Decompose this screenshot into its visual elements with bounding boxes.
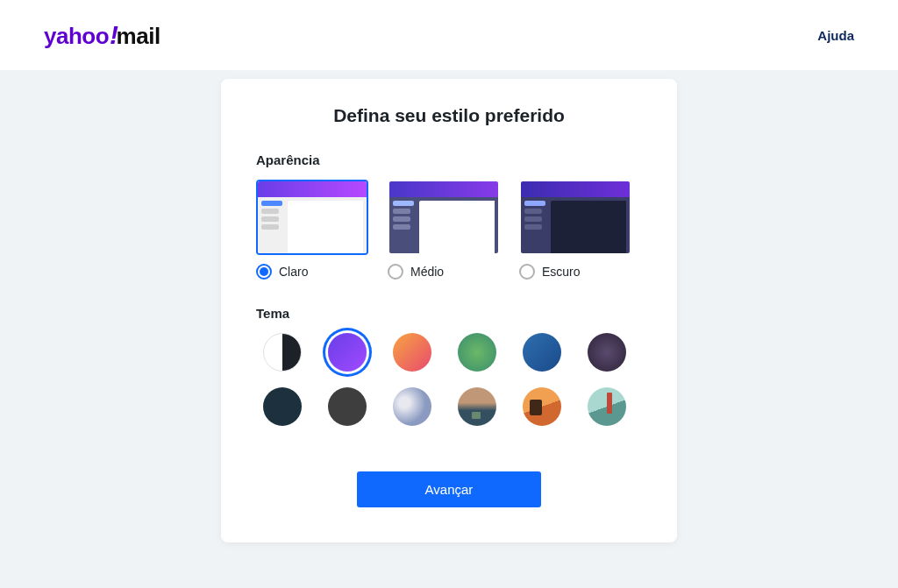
appearance-preview-medio: [388, 180, 500, 255]
radio-claro[interactable]: [256, 264, 272, 280]
appearance-option-medio[interactable]: Médio: [388, 180, 500, 280]
advance-button[interactable]: Avançar: [357, 471, 541, 507]
radio-medio[interactable]: [388, 264, 403, 280]
theme-swatch-purple-gradient[interactable]: [328, 333, 367, 372]
theme-swatch-green[interactable]: [458, 333, 496, 372]
radio-label-escuro: Escuro: [542, 265, 581, 279]
radio-label-claro: Claro: [279, 265, 308, 279]
submit-row: Avançar: [221, 471, 677, 507]
header: yahoo ! mail Ajuda: [0, 0, 898, 70]
card-title: Defina seu estilo preferido: [221, 105, 677, 126]
theme-swatch-dark-purple[interactable]: [588, 333, 626, 372]
appearance-options: Claro: [221, 180, 677, 280]
theme-swatch-blue[interactable]: [523, 333, 561, 372]
theme-swatch-sunset[interactable]: [523, 387, 561, 426]
appearance-preview-escuro: [519, 180, 631, 255]
help-link[interactable]: Ajuda: [817, 28, 854, 43]
logo-yahoo-text: yahoo: [44, 23, 109, 50]
style-card: Defina seu estilo preferido Aparência: [221, 79, 677, 542]
radio-label-medio: Médio: [410, 265, 444, 279]
radio-escuro[interactable]: [519, 264, 535, 280]
theme-swatch-desert[interactable]: [458, 387, 496, 426]
yahoo-mail-logo: yahoo ! mail: [44, 20, 160, 50]
appearance-option-escuro[interactable]: Escuro: [519, 180, 631, 280]
theme-section-label: Tema: [256, 306, 677, 321]
theme-swatch-orange-pink[interactable]: [393, 333, 431, 372]
appearance-option-claro[interactable]: Claro: [256, 180, 368, 280]
theme-swatch-lighthouse[interactable]: [588, 387, 626, 426]
appearance-section-label: Aparência: [256, 152, 677, 167]
theme-swatch-charcoal[interactable]: [328, 387, 367, 426]
main-area: Defina seu estilo preferido Aparência: [0, 70, 898, 542]
logo-mail-text: mail: [117, 23, 160, 50]
theme-swatch-navy[interactable]: [263, 387, 302, 426]
theme-swatch-black-white[interactable]: [263, 333, 302, 372]
theme-swatch-mountains[interactable]: [393, 387, 431, 426]
theme-grid: [221, 333, 677, 426]
appearance-preview-claro: [256, 180, 368, 255]
